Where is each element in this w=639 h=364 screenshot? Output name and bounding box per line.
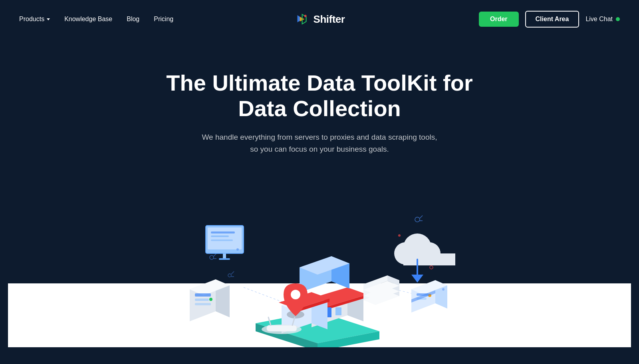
scene-wrapper (8, 180, 631, 347)
nav-blog[interactable]: Blog (127, 16, 139, 23)
svg-rect-45 (195, 299, 209, 301)
svg-rect-35 (208, 228, 242, 249)
logo-text: Shifter (314, 13, 345, 26)
hero-subtitle-line1: We handle everything from servers to pro… (202, 133, 437, 141)
live-chat-label: Live Chat (585, 16, 613, 23)
hero-subtitle-line2: so you can focus on your business goals. (250, 145, 389, 153)
svg-point-76 (442, 288, 445, 291)
nav-products[interactable]: Products (19, 16, 50, 23)
chevron-down-icon (47, 18, 50, 20)
live-chat[interactable]: Live Chat (585, 16, 620, 23)
client-area-button[interactable]: Client Area (525, 11, 579, 28)
svg-point-10 (430, 266, 433, 269)
svg-rect-44 (195, 293, 211, 297)
pricing-label: Pricing (154, 16, 173, 23)
logo-icon (294, 11, 310, 27)
live-status-dot (616, 17, 620, 21)
svg-rect-38 (211, 239, 233, 241)
svg-rect-71 (267, 325, 297, 331)
svg-rect-46 (195, 303, 211, 305)
svg-marker-53 (411, 275, 423, 283)
logo[interactable]: Shifter (294, 11, 345, 27)
svg-point-75 (398, 234, 401, 237)
hero-illustration (164, 188, 475, 347)
nav-right: Order Client Area Live Chat (479, 11, 620, 28)
svg-line-8 (214, 253, 216, 256)
products-label: Products (19, 16, 44, 23)
knowledge-base-label: Knowledge Base (64, 16, 112, 23)
svg-rect-36 (211, 231, 235, 233)
hero-subtitle: We handle everything from servers to pro… (200, 131, 439, 156)
illustration-area (8, 180, 631, 347)
nav-left: Products Knowledge Base Blog Pricing (19, 16, 173, 23)
svg-rect-40 (219, 258, 230, 260)
svg-point-47 (209, 298, 212, 301)
svg-point-4 (415, 217, 420, 222)
navbar: Products Knowledge Base Blog Pricing Shi… (0, 0, 639, 38)
svg-point-33 (291, 290, 300, 299)
hero-section: The Ultimate Data ToolKit for Data Colle… (0, 38, 639, 364)
svg-point-74 (236, 248, 239, 251)
svg-rect-51 (403, 253, 455, 265)
svg-point-3 (304, 15, 307, 17)
nav-knowledge-base[interactable]: Knowledge Base (64, 16, 112, 23)
svg-line-5 (420, 216, 423, 218)
svg-line-78 (231, 271, 234, 274)
svg-rect-39 (223, 253, 226, 258)
svg-point-77 (228, 274, 231, 277)
svg-rect-37 (211, 235, 229, 237)
order-button[interactable]: Order (479, 12, 519, 27)
svg-rect-23 (335, 307, 341, 315)
nav-pricing[interactable]: Pricing (154, 16, 173, 23)
blog-label: Blog (127, 16, 139, 23)
hero-title: The Ultimate Data ToolKit for Data Colle… (148, 70, 491, 122)
svg-point-7 (210, 255, 214, 259)
